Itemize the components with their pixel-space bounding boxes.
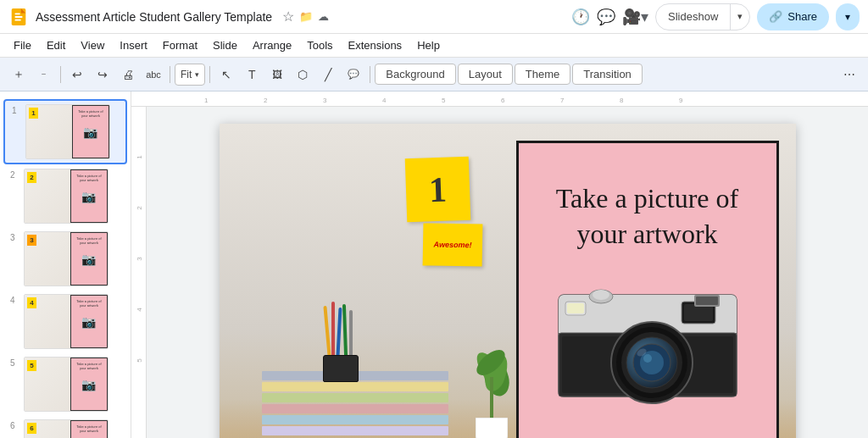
thumb-right-3: Take a picture of your artwork 📷 — [70, 232, 108, 286]
print-button[interactable]: 🖨 — [116, 63, 140, 86]
comment-icon[interactable]: 💬 — [597, 8, 615, 26]
thumb-left-4: 4 — [25, 295, 70, 348]
slide-canvas-container: 1 Awesome! — [147, 107, 868, 438]
image-tool[interactable]: 🖼 — [265, 63, 289, 86]
slide-num-1: 1 — [12, 104, 20, 115]
ruler-left: 1 2 3 4 5 — [131, 107, 147, 438]
star-icon[interactable]: ☆ — [282, 8, 294, 25]
menu-file[interactable]: File — [7, 36, 38, 55]
slide-num-3: 3 — [10, 231, 19, 242]
folder-icon[interactable]: 📁 — [299, 10, 313, 23]
ruler-mark-3: 3 — [323, 97, 326, 104]
slide-thumb-6: 6 Take a picture of your artwork 📷 — [24, 419, 108, 438]
menu-insert[interactable]: Insert — [113, 36, 154, 55]
sticky-awesome: Awesome! — [433, 241, 471, 250]
share-icon: 🔗 — [769, 10, 782, 23]
undo-button[interactable]: ↩ — [65, 63, 89, 86]
slide-thumb-1: 1 Take a picture of your artwork 📷 — [25, 104, 110, 159]
menu-slide[interactable]: Slide — [206, 36, 244, 55]
thumb-right-1: Take a picture of your artwork 📷 — [72, 105, 109, 158]
sticky-note-2: Awesome! — [422, 223, 482, 266]
ruler-left-mark-3: 3 — [136, 257, 143, 260]
thumb-camera-2: 📷 — [81, 190, 96, 203]
cursor-tool[interactable]: ↖ — [214, 63, 238, 86]
menu-format[interactable]: Format — [156, 36, 204, 55]
ruler-top-inner: 1 2 3 4 5 6 7 8 9 — [162, 91, 868, 106]
svg-rect-25 — [696, 297, 718, 305]
slide-num-4: 4 — [10, 294, 19, 305]
svg-rect-23 — [567, 303, 584, 313]
plant — [465, 350, 516, 438]
cloud-icon[interactable]: ☁ — [318, 10, 329, 23]
thumb-badge-6: 6 — [27, 423, 36, 434]
sticky-note-1: 1 — [404, 157, 470, 223]
thumb-camera-4: 📷 — [81, 315, 96, 329]
thumb-text-6: Take a picture of your artwork — [73, 424, 105, 433]
video-icon[interactable]: 🎥▾ — [622, 8, 648, 26]
ruler-mark-7: 7 — [560, 97, 564, 104]
slide-item-5[interactable]: 5 5 Take a picture of your artwork 📷 — [3, 353, 127, 415]
zoom-out-button[interactable]: ﹣ — [32, 63, 56, 86]
shape-tool[interactable]: ⬡ — [291, 63, 314, 86]
thumb-text-2: Take a picture of your artwork — [73, 174, 105, 182]
slideshow-main[interactable]: Slideshow — [656, 4, 731, 30]
layout-button[interactable]: Layout — [458, 64, 513, 85]
slide-canvas[interactable]: 1 Awesome! — [220, 124, 796, 438]
menu-tools[interactable]: Tools — [300, 36, 339, 55]
background-button[interactable]: Background — [375, 64, 455, 85]
slide-item-1[interactable]: 1 1 Take a picture of your artwork 📷 — [3, 99, 127, 164]
camera-svg — [550, 269, 745, 405]
slide-item-3[interactable]: 3 3 Take a picture of your artwork 📷 — [3, 228, 127, 290]
share-more-button[interactable]: ▾ — [836, 3, 860, 30]
menu-bar: File Edit View Insert Format Slide Arran… — [0, 34, 868, 58]
thumb-camera-3: 📷 — [81, 252, 96, 266]
transition-button[interactable]: Transition — [572, 64, 643, 85]
comment-tool[interactable]: 💬 — [342, 63, 365, 86]
ruler-left-mark-1: 1 — [136, 155, 143, 158]
camera-image — [546, 265, 749, 409]
thumb-badge-5: 5 — [27, 360, 36, 371]
menu-extensions[interactable]: Extensions — [342, 36, 409, 55]
thumb-left-6: 6 — [25, 420, 70, 438]
slide-item-4[interactable]: 4 4 Take a picture of your artwork 📷 — [3, 291, 127, 352]
thumb-badge-3: 3 — [27, 235, 36, 246]
ruler-left-mark-2: 2 — [136, 206, 143, 209]
card-title: Take a picture of your artwork — [532, 181, 763, 252]
text-tool[interactable]: T — [240, 63, 264, 86]
toolbar-separator-2 — [170, 66, 170, 83]
doc-title: Assessment Article Student Gallery Templ… — [36, 10, 272, 24]
zoom-in-button[interactable]: ＋ — [7, 63, 31, 86]
zoom-dropdown-icon: ▾ — [195, 70, 199, 79]
thumb-text-4: Take a picture of your artwork — [73, 299, 105, 308]
thumb-right-6: Take a picture of your artwork 📷 — [70, 420, 108, 438]
slide-item-2[interactable]: 2 2 Take a picture of your artwork 📷 — [3, 165, 127, 227]
slide-item-6[interactable]: 6 6 Take a picture of your artwork 📷 — [3, 416, 127, 438]
ruler-left-mark-5: 5 — [136, 358, 143, 362]
menu-view[interactable]: View — [74, 36, 111, 55]
spell-check-button[interactable]: abc — [142, 63, 165, 86]
toolbar: ＋ ﹣ ↩ ↪ 🖨 abc Fit ▾ ↖ T 🖼 ⬡ ╱ 💬 Backgrou… — [0, 58, 868, 91]
theme-button[interactable]: Theme — [515, 64, 570, 85]
canvas-area: 1 2 3 4 5 6 7 8 9 1 2 3 4 5 — [131, 91, 868, 438]
menu-edit[interactable]: Edit — [40, 36, 72, 55]
slide-panel: 1 1 Take a picture of your artwork 📷 2 — [0, 91, 131, 438]
title-bar: Assessment Article Student Gallery Templ… — [0, 0, 868, 34]
thumb-left-2: 2 — [25, 169, 70, 223]
zoom-control[interactable]: Fit ▾ — [175, 64, 205, 86]
more-options-button[interactable]: ⋯ — [837, 63, 861, 86]
ruler-top: 1 2 3 4 5 6 7 8 9 — [131, 91, 868, 107]
slide-thumb-5: 5 Take a picture of your artwork 📷 — [24, 357, 108, 412]
history-icon[interactable]: 🕐 — [571, 8, 590, 26]
ruler-mark-4: 4 — [382, 97, 386, 104]
redo-button[interactable]: ↪ — [91, 63, 114, 86]
slideshow-dropdown[interactable]: ▾ — [731, 4, 749, 30]
toolbar-separator-3 — [209, 66, 210, 83]
toolbar-separator-1 — [60, 66, 61, 83]
thumb-text-3: Take a picture of your artwork — [73, 236, 105, 245]
title-icons: ☆ 📁 ☁ — [282, 8, 329, 25]
share-button[interactable]: 🔗 Share — [757, 3, 829, 30]
line-tool[interactable]: ╱ — [316, 63, 340, 86]
menu-help[interactable]: Help — [410, 36, 447, 55]
menu-arrange[interactable]: Arrange — [246, 36, 298, 55]
sticky-num: 1 — [428, 169, 448, 210]
